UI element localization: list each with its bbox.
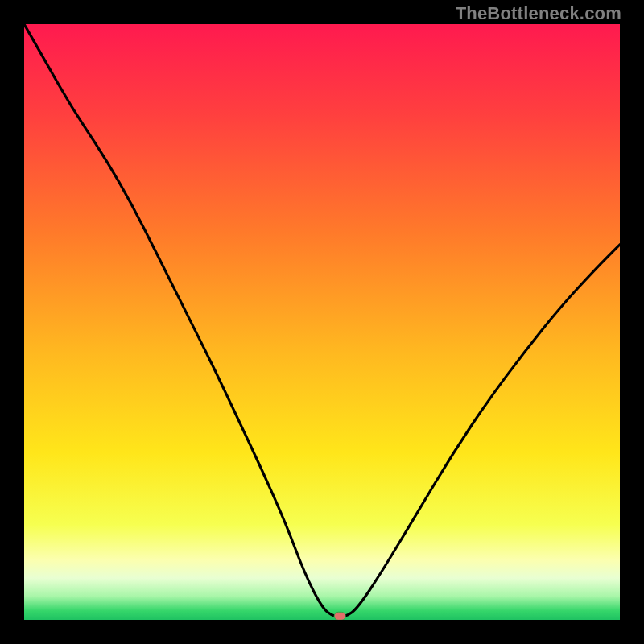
chart-frame: TheBottleneck.com bbox=[0, 0, 644, 644]
chart-svg bbox=[24, 24, 620, 620]
watermark-text: TheBottleneck.com bbox=[456, 3, 621, 24]
chart-plot-area bbox=[24, 24, 620, 620]
optimal-point-marker bbox=[334, 612, 345, 620]
chart-background-gradient bbox=[24, 24, 620, 620]
